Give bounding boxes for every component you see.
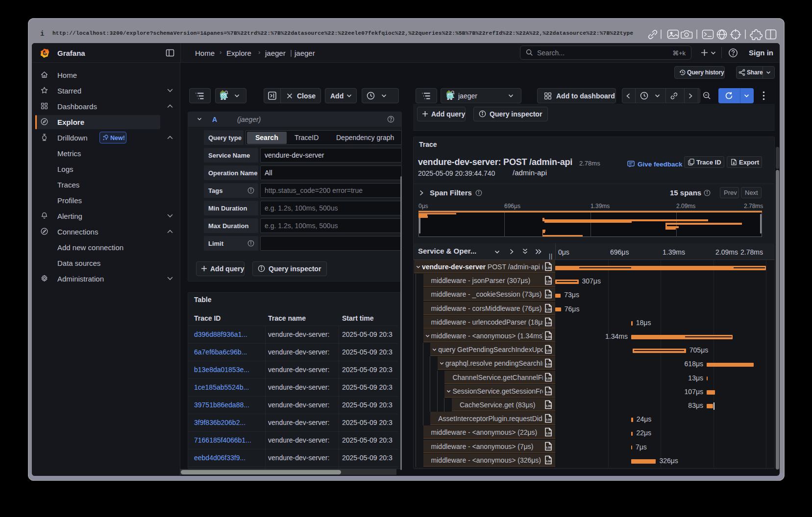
svg-text:LOG: LOG	[546, 280, 552, 283]
svg-text:LOG: LOG	[546, 404, 552, 407]
svg-text:LOG: LOG	[546, 294, 552, 297]
svg-text:LOG: LOG	[546, 460, 552, 463]
svg-text:LOG: LOG	[546, 363, 552, 366]
svg-text:LOG: LOG	[546, 349, 552, 352]
svg-text:LOG: LOG	[546, 377, 552, 380]
svg-text:LOG: LOG	[546, 418, 552, 421]
svg-text:LOG: LOG	[546, 391, 552, 394]
svg-text:LOG: LOG	[546, 432, 552, 435]
svg-text:LOG: LOG	[546, 308, 552, 311]
svg-text:LOG: LOG	[546, 266, 552, 269]
svg-text:LOG: LOG	[546, 335, 552, 338]
svg-text:LOG: LOG	[546, 446, 552, 449]
svg-text:LOG: LOG	[546, 322, 552, 325]
